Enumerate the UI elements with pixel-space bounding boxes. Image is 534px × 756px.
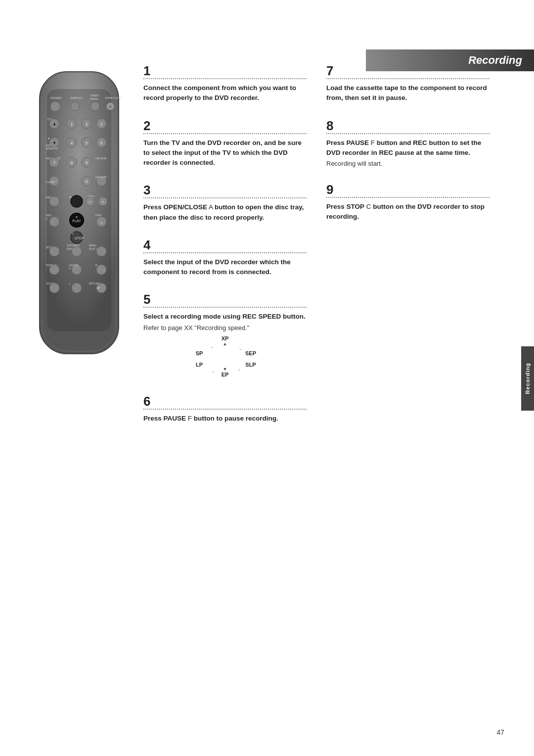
svg-text:LP: LP xyxy=(196,362,203,368)
step-9-dots xyxy=(326,197,490,198)
svg-text:2: 2 xyxy=(85,122,88,127)
step-6: 6 Press PAUSE F button to pause recordin… xyxy=(143,395,307,424)
step-9-number: 9 xyxy=(326,183,490,196)
svg-point-10 xyxy=(90,102,99,111)
step-8-text: Press PAUSE F button and REC button to s… xyxy=(326,138,490,158)
svg-text:CLEAR: CLEAR xyxy=(46,181,55,184)
svg-point-75 xyxy=(96,246,106,256)
step-5: 5 Select a recording mode using REC SPEE… xyxy=(143,293,307,378)
page-number: 47 xyxy=(496,728,504,736)
step-1-number: 1 xyxy=(143,64,307,77)
svg-text:L: L xyxy=(69,282,71,285)
svg-text:C: C xyxy=(72,232,74,235)
svg-point-72 xyxy=(72,246,82,256)
svg-text:SLP: SLP xyxy=(245,362,256,368)
step-3-dots xyxy=(143,197,307,198)
svg-text:1: 1 xyxy=(70,122,73,127)
svg-text:G: G xyxy=(102,200,104,203)
step-1-text: Connect the component from which you wan… xyxy=(143,83,307,103)
svg-text:→: → xyxy=(236,367,242,373)
svg-text:→: → xyxy=(237,346,243,352)
step-8-sub: Recording will start. xyxy=(326,160,490,167)
right-column: 7 Load the cassette tape to the componen… xyxy=(326,64,490,439)
step-2-dots xyxy=(143,133,307,134)
side-tab: Recording xyxy=(521,346,534,411)
step-1: 1 Connect the component from which you w… xyxy=(143,64,307,103)
svg-text:3: 3 xyxy=(100,122,102,127)
step-7-dots xyxy=(326,78,490,79)
svg-text:SP: SP xyxy=(196,350,203,356)
step-5-sub: Refer to page XX "Recording speed." xyxy=(143,324,307,331)
step-2: 2 Turn the TV and the DVD recorder on, a… xyxy=(143,119,307,168)
step-4-number: 4 xyxy=(143,238,307,251)
step-6-dots xyxy=(143,409,307,410)
svg-text:PLAY: PLAY xyxy=(72,219,81,223)
svg-text:5: 5 xyxy=(85,141,88,145)
svg-text:FWD: FWD xyxy=(95,214,102,217)
svg-text:DISPLAY: DISPLAY xyxy=(70,96,83,99)
svg-text:▲: ▲ xyxy=(52,121,57,126)
step-7-text: Load the cassette tape to the component … xyxy=(326,83,490,103)
svg-text:▼: ▼ xyxy=(52,141,57,145)
speed-diagram: XP ▲ SP SEP ← → LP SLP ← xyxy=(185,334,265,379)
step-6-number: 6 xyxy=(143,395,307,408)
remote-svg: POWER DISPLAY TIMER PROG. OPEN CLOSE A C… xyxy=(30,69,129,356)
step-4-dots xyxy=(143,252,307,253)
instructions-area: 1 Connect the component from which you w… xyxy=(143,64,509,439)
svg-text:7: 7 xyxy=(53,160,55,165)
svg-text:OPEN CLOSE: OPEN CLOSE xyxy=(105,96,123,99)
svg-point-8 xyxy=(50,101,60,111)
step-9: 9 Press STOP C button on the DVD recorde… xyxy=(326,183,490,222)
svg-text:↵: ↵ xyxy=(97,285,101,290)
svg-text:←: ← xyxy=(210,344,215,350)
svg-text:B: B xyxy=(76,216,78,219)
svg-text:EP: EP xyxy=(222,372,229,378)
svg-text:G: G xyxy=(100,221,103,224)
svg-point-85 xyxy=(72,283,82,293)
remote-control: POWER DISPLAY TIMER PROG. OPEN CLOSE A C… xyxy=(30,69,129,356)
step-8-number: 8 xyxy=(326,119,490,132)
svg-text:9: 9 xyxy=(85,160,88,165)
step-4: 4 Select the input of the DVD recorder w… xyxy=(143,238,307,278)
svg-text:8: 8 xyxy=(70,160,73,165)
svg-point-77 xyxy=(49,265,59,275)
svg-point-50 xyxy=(71,195,83,207)
step-6-text: Press PAUSE F button to pause recording. xyxy=(143,414,307,424)
svg-point-9 xyxy=(71,102,80,111)
svg-text:▼: ▼ xyxy=(47,137,50,140)
step-7-number: 7 xyxy=(326,64,490,77)
step-8: 8 Press PAUSE F button and REC button to… xyxy=(326,119,490,168)
svg-text:MENU: MENU xyxy=(89,244,96,247)
step-2-number: 2 xyxy=(143,119,307,132)
svg-text:XP: XP xyxy=(222,335,229,341)
step-3-text: Press OPEN/CLOSE A button to open the di… xyxy=(143,202,307,223)
svg-text:TIMER: TIMER xyxy=(90,94,98,97)
svg-text:H: H xyxy=(89,200,91,203)
svg-text:CM SKIP: CM SKIP xyxy=(95,157,107,160)
svg-text:4: 4 xyxy=(70,141,73,145)
svg-point-81 xyxy=(96,265,106,275)
svg-text:B: B xyxy=(95,264,97,267)
side-tab-label: Recording xyxy=(525,363,531,394)
svg-text:CM SKIP: CM SKIP xyxy=(95,176,107,179)
svg-text:MONITOR: MONITOR xyxy=(46,147,58,150)
step-1-dots xyxy=(143,78,307,79)
svg-point-69 xyxy=(49,246,59,256)
svg-text:POWER: POWER xyxy=(50,96,62,99)
svg-text:h: h xyxy=(46,217,47,220)
step-5-dots xyxy=(143,307,307,308)
svg-point-84 xyxy=(49,283,59,293)
svg-text:REV: REV xyxy=(46,214,52,217)
step-7: 7 Load the cassette tape to the componen… xyxy=(326,64,490,103)
svg-text:A: A xyxy=(109,105,112,108)
step-2-text: Turn the TV and the DVD recorder on, and… xyxy=(143,138,307,168)
svg-text:▲: ▲ xyxy=(223,341,227,346)
step-4-text: Select the input of the DVD recorder whi… xyxy=(143,257,307,278)
svg-text:SEP: SEP xyxy=(245,350,256,356)
step-9-text: Press STOP C button on the DVD recorder … xyxy=(326,202,490,222)
svg-text:6: 6 xyxy=(100,141,102,145)
step-3: 3 Press OPEN/CLOSE A button to open the … xyxy=(143,184,307,223)
step-5-text: Select a recording mode using REC SPEED … xyxy=(143,312,307,322)
svg-text:STOP: STOP xyxy=(75,236,84,240)
step-8-dots xyxy=(326,133,490,134)
